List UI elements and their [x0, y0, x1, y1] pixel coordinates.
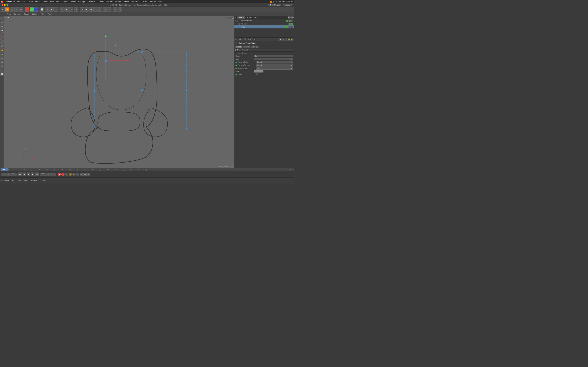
display-color-dropdown[interactable]: Off ▾	[256, 67, 293, 70]
cube-tool[interactable]: ⬡	[80, 7, 84, 12]
undo-button[interactable]: ↩	[1, 7, 5, 12]
attr-edit-btn[interactable]: Edit	[243, 38, 247, 40]
vis-render-btn-3[interactable]: ✓	[286, 26, 288, 28]
visible-editor-dropdown[interactable]: Default ▾	[256, 61, 293, 63]
tab-takes[interactable]: Takes	[253, 16, 259, 19]
sidebar-btn-3[interactable]: ◉	[0, 25, 4, 28]
preview-end-input[interactable]: 90 F	[48, 173, 56, 176]
icon-settings-row[interactable]: ▶ Icon Settings	[234, 51, 294, 55]
transform-tool[interactable]: ⊞	[19, 7, 23, 12]
attr-tab-coord[interactable]: Coord.	[243, 46, 251, 48]
vis-lock-btn[interactable]: 🔒	[291, 20, 293, 22]
sidebar-btn-12[interactable]: ⊞	[0, 60, 4, 64]
object-cube[interactable]: ▷ ⬡ Cube ✓ ✓ ⊕ ✕	[234, 25, 294, 28]
viewport[interactable]: Front	[4, 16, 234, 168]
current-frame-input[interactable]: 0 F	[9, 173, 17, 176]
menu-octane[interactable]: Octane	[141, 0, 148, 3]
mat-tab-edit[interactable]: Edit	[11, 179, 16, 182]
render-all[interactable]: ⬡	[74, 7, 78, 12]
tab-objects[interactable]: Objects	[237, 16, 245, 19]
sidebar-btn-4[interactable]: ⬢	[0, 28, 4, 32]
maximize-button[interactable]	[6, 4, 8, 6]
prev-frame-btn[interactable]: ⏴	[23, 173, 26, 176]
x-axis-toggle[interactable]: ✕	[25, 7, 29, 12]
attr-mode-btn[interactable]: Mode	[237, 38, 242, 40]
timeline-extra-2[interactable]: ▥	[87, 173, 90, 176]
point-mode[interactable]: ·	[54, 7, 58, 12]
menu-create[interactable]: Create	[27, 0, 34, 3]
objects-panel-menu-icon[interactable]: ≡	[235, 17, 236, 18]
name-input[interactable]: Cube	[254, 55, 293, 57]
close-button[interactable]	[1, 4, 3, 6]
sidebar-btn-11[interactable]: ⬡	[0, 56, 4, 60]
color-arrow[interactable]: /	[264, 70, 264, 72]
start-frame-input[interactable]: 0 F	[1, 173, 9, 176]
xray-checkbox[interactable]	[256, 74, 258, 75]
mat-tab-texture[interactable]: Texture	[39, 179, 46, 182]
mat-menu-icon[interactable]: ≡	[1, 180, 2, 181]
attr-lock-btn[interactable]: 🔒	[288, 38, 290, 41]
layer-selector[interactable]	[254, 58, 290, 60]
sidebar-btn-6[interactable]: ◧	[0, 36, 4, 40]
menu-mograph[interactable]: MoGraph	[77, 0, 86, 3]
menu-mesh[interactable]: Mesh	[55, 0, 61, 3]
apple-menu[interactable]: 🍎	[1, 0, 3, 3]
menu-modes[interactable]: Modes	[34, 0, 42, 3]
z-axis-toggle[interactable]: Z	[34, 7, 38, 12]
menu-tracker[interactable]: Tracker	[114, 0, 122, 3]
sidebar-btn-8[interactable]: Ⓢ	[0, 44, 4, 48]
vis-editor-btn-2[interactable]: ✓	[288, 23, 291, 25]
vis-render-btn[interactable]: ✓	[288, 20, 291, 22]
cube-extra-btn-2[interactable]: ✕	[291, 26, 293, 28]
sidebar-btn-15[interactable]: 🔄	[0, 72, 4, 76]
add-key-btn[interactable]: ⊕	[69, 173, 72, 176]
sidebar-btn-10[interactable]: ⊙	[0, 52, 4, 56]
menu-spline[interactable]: Spline	[62, 0, 69, 3]
sidebar-btn-14[interactable]: ↕	[0, 68, 4, 72]
goto-end-btn[interactable]: ⏭	[35, 173, 39, 176]
layer-arrow-btn[interactable]: ▾	[290, 58, 293, 60]
mat-tab-material[interactable]: Material	[30, 179, 38, 182]
poly-mode[interactable]: ▷	[45, 7, 49, 12]
plane-tool[interactable]: ⬡	[98, 7, 102, 12]
object-symmetry[interactable]: ▶ ◈ Symmetry ✓ ✓	[234, 22, 294, 25]
timeline-extra-1[interactable]: ▤	[83, 173, 87, 176]
cylinder-tool[interactable]: ⊙	[89, 7, 93, 12]
attr-back-btn[interactable]: ◀	[279, 38, 281, 41]
subtool-menu-icon[interactable]: ≡	[1, 13, 4, 15]
object-mode[interactable]: ⬜	[40, 7, 44, 12]
render-active[interactable]: ◧	[64, 7, 69, 12]
menu-edit[interactable]: Edit	[21, 0, 26, 3]
menu-extensions[interactable]: Extensions	[130, 0, 140, 3]
subtool-cameras[interactable]: Cameras	[13, 13, 22, 15]
attr-filter-btn[interactable]: ▾	[285, 38, 287, 41]
light-tool[interactable]: ☉	[113, 7, 117, 12]
sphere-tool[interactable]: ◉	[84, 7, 88, 12]
menu-select[interactable]: Select	[42, 0, 49, 3]
menu-simulate[interactable]: Simulate	[105, 0, 114, 3]
subtool-filter[interactable]: Filter	[40, 13, 45, 15]
cube-extra-btn[interactable]: ⊕	[288, 26, 291, 28]
search-icon[interactable]: 🔍	[291, 1, 293, 3]
capsule-tool[interactable]: ⬡	[107, 7, 112, 12]
visible-renderer-dropdown[interactable]: Default ▾	[256, 64, 293, 67]
mat-tab-view[interactable]: View	[16, 179, 22, 182]
subtool-view[interactable]: View	[6, 13, 12, 15]
menu-window[interactable]: Window	[149, 0, 157, 3]
sidebar-btn-2[interactable]: ◈	[0, 20, 4, 24]
keyframe-btn[interactable]: ⬡	[65, 173, 68, 176]
camera-tool[interactable]: ⬡	[118, 7, 122, 12]
attr-tab-basic[interactable]: Basic	[235, 46, 242, 48]
play-btn[interactable]: ▶	[27, 173, 30, 176]
subtool-panel[interactable]: Panel	[46, 13, 53, 15]
key-settings-btn[interactable]: ⚙	[80, 173, 83, 176]
menu-cinema4d[interactable]: Cinema 4D	[5, 0, 16, 3]
menu-tools[interactable]: Tools	[49, 0, 55, 3]
color-swatch[interactable]	[254, 70, 263, 73]
attr-expand-btn[interactable]: ⊞	[291, 38, 293, 41]
auto-key-btn[interactable]: ●	[61, 173, 65, 176]
y-axis-toggle[interactable]: Y	[30, 7, 34, 12]
sidebar-btn-1[interactable]: ⬡	[0, 17, 4, 20]
sidebar-btn-13[interactable]: ⬡	[0, 64, 4, 68]
node-spaces-dropdown[interactable]: Node Spaces ▾	[268, 4, 281, 6]
